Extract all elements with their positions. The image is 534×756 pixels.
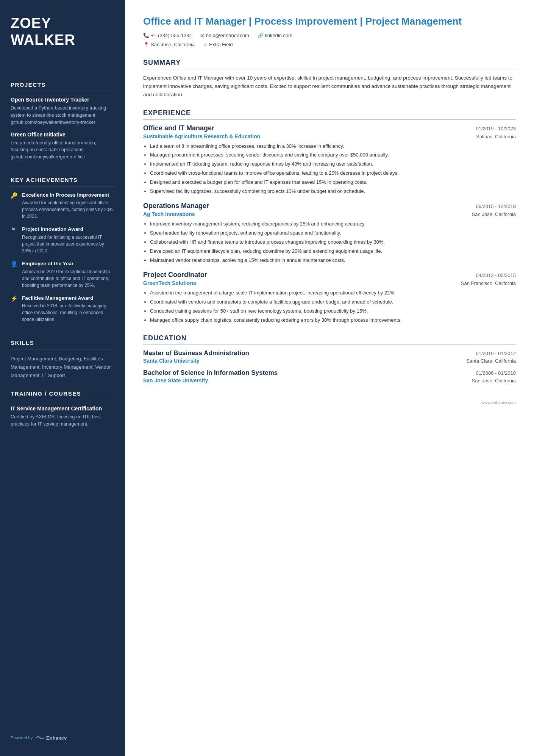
exp-title-3: Project Coordinator — [143, 271, 207, 279]
achievements-section-title: KEY ACHIEVEMENTS — [11, 177, 114, 183]
powered-by-label: Powered by — [11, 736, 33, 740]
enhancv-logo-icon — [36, 735, 45, 741]
bullet-1-5: Designed and executed a budget plan for … — [150, 178, 516, 186]
project-title-2: Green Office Initiative — [11, 131, 114, 138]
education-section-title: EDUCATION — [143, 334, 516, 342]
bullet-2-3: Collaborated with HR and finance teams t… — [150, 238, 516, 246]
bullet-2-5: Maintained vendor relationships, achievi… — [150, 257, 516, 265]
experience-divider — [143, 119, 516, 120]
projects-divider — [11, 91, 114, 91]
bullet-1-4: Coordinated with cross-functional teams … — [150, 169, 516, 177]
achievement-content-2: Project Innovation Award Recognized for … — [22, 226, 114, 254]
training-divider — [11, 400, 114, 400]
achievement-desc-1: Awarded for implementing significant off… — [22, 199, 114, 220]
achievement-content-3: Employee of the Year Achieved in 2019 fo… — [22, 260, 114, 289]
exp-dates-3: 04/2012 - 05/2015 — [476, 272, 516, 278]
experience-item-3: Project Coordinator 04/2012 - 05/2015 Gr… — [143, 271, 516, 324]
project-desc-2: Led an eco-friendly office transformatio… — [11, 139, 114, 161]
achievement-title-2: Project Innovation Award — [22, 226, 114, 233]
bullet-3-2: Coordinated with vendors and contractors… — [150, 298, 516, 306]
achievement-icon-1: 🔑 — [11, 192, 18, 199]
exp-header-3: Project Coordinator 04/2012 - 05/2015 — [143, 271, 516, 279]
edu-dates-1: 01/2010 - 01/2012 — [476, 351, 516, 356]
contact-email-text: help@enhancv.com — [206, 33, 249, 38]
star-icon: ☆ — [203, 42, 208, 47]
experience-item-1: Office and IT Manager 01/2019 - 10/2023 … — [143, 124, 516, 196]
contact-phone: 📞 +1-(234)-555-1234 — [143, 33, 192, 38]
exp-sub-2: Ag Tech Innovations San Jose, California — [143, 211, 516, 217]
achievement-item-2: ⚑ Project Innovation Award Recognized fo… — [11, 226, 114, 254]
summary-text: Experienced Office and IT Manager with o… — [143, 74, 516, 99]
bullet-1-3: Implemented an IT ticketing system, redu… — [150, 160, 516, 168]
projects-section-title: PROJECTS — [11, 81, 114, 88]
email-icon: ✉ — [200, 33, 205, 38]
projects-list: Open Source Inventory Tracker Developed … — [11, 97, 114, 166]
achievement-icon-3: 👤 — [11, 261, 18, 268]
exp-company-3: GreenTech Solutions — [143, 280, 196, 286]
achievements-list: 🔑 Excellence in Process Improvement Awar… — [11, 192, 114, 329]
summary-section-title: SUMMARY — [143, 59, 516, 67]
main-content: Office and IT Manager | Process Improvem… — [125, 0, 534, 756]
bullet-3-4: Managed office supply chain logistics, c… — [150, 316, 516, 324]
contact-extra-text: Extra Field — [209, 42, 233, 47]
edu-degree-1: Master of Business Administration — [143, 349, 249, 357]
achievements-divider — [11, 186, 114, 186]
exp-location-2: San Jose, California — [472, 211, 516, 217]
project-item-1: Open Source Inventory Tracker Developed … — [11, 97, 114, 126]
exp-header-2: Operations Manager 06/2015 - 12/2018 — [143, 202, 516, 210]
experience-item-2: Operations Manager 06/2015 - 12/2018 Ag … — [143, 202, 516, 264]
achievement-item-1: 🔑 Excellence in Process Improvement Awar… — [11, 192, 114, 220]
training-title-1: IT Service Management Certification — [11, 405, 114, 412]
main-footer: www.enhancv.com — [143, 389, 516, 405]
achievement-title-4: Facilities Management Award — [22, 295, 114, 302]
sidebar: ZOEY WALKER PROJECTS Open Source Invento… — [0, 0, 125, 756]
sidebar-footer: Powered by Enhancv — [11, 723, 114, 741]
exp-bullets-2: Improved inventory management system, re… — [150, 220, 516, 264]
contact-email: ✉ help@enhancv.com — [200, 33, 249, 38]
edu-school-1: Santa Clara University — [143, 358, 200, 364]
exp-sub-3: GreenTech Solutions San Francisco, Calif… — [143, 280, 516, 286]
exp-title-1: Office and IT Manager — [143, 124, 214, 132]
bullet-3-3: Conducted training sessions for 50+ staf… — [150, 307, 516, 315]
skills-divider — [11, 349, 114, 349]
experience-section-title: EXPERIENCE — [143, 109, 516, 117]
project-title-1: Open Source Inventory Tracker — [11, 97, 114, 103]
achievement-content-4: Facilities Management Award Received in … — [22, 295, 114, 323]
bullet-1-6: Supervised facility upgrades, successful… — [150, 188, 516, 196]
enhancv-brand-name: Enhancv — [46, 735, 67, 741]
edu-school-2: San Jose State University — [143, 377, 208, 383]
achievement-title-1: Excellence in Process Improvement — [22, 192, 114, 199]
training-desc-1: Certified by AXELOS, focusing on ITIL be… — [11, 413, 114, 428]
exp-dates-1: 01/2019 - 10/2023 — [476, 126, 516, 131]
main-header: Office and IT Manager | Process Improvem… — [143, 15, 516, 49]
candidate-name: ZOEY WALKER — [11, 15, 114, 48]
training-item-1: IT Service Management Certification Cert… — [11, 405, 114, 428]
exp-title-2: Operations Manager — [143, 202, 209, 210]
bullet-1-2: Managed procurement processes, securing … — [150, 151, 516, 159]
exp-header-1: Office and IT Manager 01/2019 - 10/2023 — [143, 124, 516, 132]
contact-row: 📞 +1-(234)-555-1234 ✉ help@enhancv.com 🔗… — [143, 33, 516, 40]
training-section-title: TRAINING / COURSES — [11, 390, 114, 397]
achievement-content-1: Excellence in Process Improvement Awarde… — [22, 192, 114, 220]
exp-bullets-1: Led a team of 8 in streamlining office p… — [150, 142, 516, 196]
main-title: Office and IT Manager | Process Improvem… — [143, 15, 516, 28]
contact-linkedin: 🔗 linkedin.com — [258, 33, 292, 38]
edu-dates-2: 01/2006 - 01/2010 — [476, 370, 516, 376]
skills-text: Project Management, Budgeting, Facilitie… — [11, 355, 114, 380]
bullet-2-4: Developed an IT equipment lifecycle plan… — [150, 247, 516, 255]
resume-container: ZOEY WALKER PROJECTS Open Source Invento… — [0, 0, 534, 756]
project-desc-1: Developed a Python-based inventory track… — [11, 105, 114, 126]
exp-dates-2: 06/2015 - 12/2018 — [476, 203, 516, 209]
edu-degree-2: Bachelor of Science in Information Syste… — [143, 369, 278, 377]
contact-location: 📍 San Jose, California — [143, 42, 195, 47]
achievement-icon-2: ⚑ — [11, 226, 18, 233]
project-item-2: Green Office Initiative Led an eco-frien… — [11, 131, 114, 161]
bullet-2-2: Spearheaded facility renovation projects… — [150, 229, 516, 237]
achievement-desc-4: Received in 2018 for effectively managin… — [22, 302, 114, 323]
achievement-item-3: 👤 Employee of the Year Achieved in 2019 … — [11, 260, 114, 289]
phone-icon: 📞 — [143, 33, 149, 38]
education-item-2: Bachelor of Science in Information Syste… — [143, 369, 516, 383]
bullet-2-1: Improved inventory management system, re… — [150, 220, 516, 228]
exp-location-3: San Francisco, California — [461, 280, 516, 286]
bullet-1-1: Led a team of 8 in streamlining office p… — [150, 142, 516, 150]
